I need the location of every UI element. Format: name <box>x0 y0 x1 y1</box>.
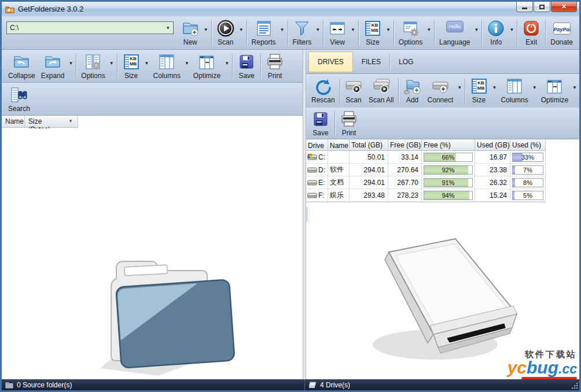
left-optimize-button[interactable]: Optimize <box>190 51 223 82</box>
drives-content: Drive Name Total (GB) Free (GB) Free (%)… <box>306 139 579 379</box>
left-options-dropdown-icon[interactable]: ▼ <box>108 61 115 66</box>
filters-dropdown-icon[interactable]: ▼ <box>314 27 321 32</box>
left-save-button[interactable]: Save <box>234 51 259 82</box>
left-size-dropdown-icon[interactable]: ▼ <box>144 61 150 66</box>
collapse-button[interactable]: Collapse <box>5 51 38 82</box>
combo-dropdown-icon[interactable]: ▼ <box>163 22 173 34</box>
main-toolbar: C:\ ▼ New ▼ Scan ▼ Reports ▼ <box>2 16 579 50</box>
column-header-size-bytes[interactable]: Size (Bytes) ▼ <box>25 116 78 128</box>
expand-dropdown-icon[interactable]: ▼ <box>67 61 74 66</box>
left-size-label: Size <box>124 72 138 80</box>
info-dropdown-icon[interactable]: ▼ <box>508 27 515 32</box>
toolbar-separator <box>358 20 359 46</box>
title-bar: GetFoldersize 3.0.2 ✕ <box>2 2 579 16</box>
drive-row-f[interactable]: F: 娱乐 293.48 278.23 94% 15.24 5% <box>306 189 546 202</box>
col-free-pct[interactable]: Free (%) <box>422 139 475 151</box>
column-header-name[interactable]: Name <box>2 116 25 128</box>
language-dropdown-icon[interactable]: ▼ <box>473 27 480 32</box>
new-button[interactable]: New <box>178 18 203 49</box>
paypal-icon: PayPal <box>553 19 571 38</box>
drive-row-e[interactable]: E: 文档 294.01 267.70 91% 26.32 8% <box>306 176 546 189</box>
tab-files[interactable]: FILES <box>353 52 389 72</box>
new-dropdown-icon[interactable]: ▼ <box>203 27 209 32</box>
save-floppy-icon <box>237 53 256 71</box>
col-used[interactable]: Used (GB) <box>475 139 510 151</box>
right-size-button[interactable]: KBMB Size <box>467 76 491 106</box>
col-drive[interactable]: Drive <box>306 139 328 151</box>
drives-toolbar-row1: Rescan Scan Scan All <box>306 74 579 108</box>
right-columns-dropdown-icon[interactable]: ▼ <box>531 85 538 90</box>
right-optimize-dropdown-icon[interactable]: ▼ <box>571 85 578 90</box>
col-used-pct[interactable]: Used (%) <box>510 139 546 151</box>
left-print-button[interactable]: Print <box>263 51 287 82</box>
connect-label: Connect <box>428 96 454 104</box>
connect-button[interactable]: Connect <box>425 76 457 106</box>
info-button[interactable]: Info <box>484 18 508 49</box>
collapse-label: Collapse <box>8 72 35 80</box>
col-total[interactable]: Total (GB) <box>350 139 388 151</box>
view-dropdown-icon[interactable]: ▼ <box>350 27 356 32</box>
left-save-label: Save <box>238 72 254 80</box>
size-button[interactable]: KBMB Size <box>361 18 385 49</box>
drive-used: 26.32 <box>475 176 510 188</box>
language-label: Language <box>439 38 470 46</box>
size-dropdown-icon[interactable]: ▼ <box>385 27 392 32</box>
right-size-dropdown-icon[interactable]: ▼ <box>491 85 498 90</box>
right-optimize-label: Optimize <box>541 96 568 104</box>
focus-marker <box>307 208 309 221</box>
used-bar: 33% <box>512 153 543 162</box>
reports-button[interactable]: Reports <box>249 18 279 49</box>
tab-drives[interactable]: DRIVES <box>308 51 353 72</box>
left-size-button[interactable]: KBMB Size <box>119 51 144 82</box>
col-name[interactable]: Name <box>328 139 350 151</box>
toolbar-separator <box>76 54 76 79</box>
resize-grip[interactable] <box>571 382 579 390</box>
col-free[interactable]: Free (GB) <box>388 139 422 151</box>
donate-button[interactable]: PayPal Donate <box>547 18 576 49</box>
scan-all-button[interactable]: Scan All <box>366 76 396 106</box>
maximize-button[interactable] <box>534 2 550 12</box>
add-button[interactable]: Add <box>400 76 425 106</box>
tab-log[interactable]: LOG <box>390 52 422 72</box>
scan-button[interactable]: Scan <box>214 18 238 49</box>
connect-dropdown-icon[interactable]: ▼ <box>456 85 463 90</box>
toolbar-separator <box>288 20 288 46</box>
filters-button[interactable]: Filters <box>290 18 315 49</box>
close-button[interactable]: ✕ <box>551 2 577 12</box>
left-optimize-dropdown-icon[interactable]: ▼ <box>223 61 230 66</box>
folder-list-header: Name Size (Bytes) ▼ <box>2 116 303 128</box>
search-button[interactable]: Search <box>5 84 33 114</box>
sort-dropdown-icon[interactable]: ▼ <box>68 119 73 127</box>
right-columns-button[interactable]: Columns <box>498 76 531 106</box>
expand-button[interactable]: Expand <box>38 51 68 82</box>
scan-drive-button[interactable]: Scan <box>341 76 366 106</box>
language-bubble-icon: Hello <box>446 19 464 38</box>
reports-label: Reports <box>252 38 276 46</box>
watermark-tagline: 软件下载站 <box>508 350 577 358</box>
folder-list-body[interactable] <box>2 128 303 379</box>
view-label: View <box>330 38 345 46</box>
left-columns-dropdown-icon[interactable]: ▼ <box>183 61 190 66</box>
right-save-button[interactable]: Save <box>308 109 333 138</box>
drive-row-c[interactable]: C: 50.01 33.14 66% 16.87 33% <box>306 151 546 164</box>
toolbar-separator <box>211 20 212 46</box>
drive-row-d[interactable]: D: 软件 294.01 270.64 92% 23.38 7% <box>306 164 546 176</box>
scan-dropdown-icon[interactable]: ▼ <box>238 27 245 32</box>
left-columns-button[interactable]: Columns <box>150 51 183 82</box>
size-label: Size <box>366 38 379 46</box>
left-options-button[interactable]: Options <box>78 51 108 82</box>
reports-dropdown-icon[interactable]: ▼ <box>279 27 286 32</box>
scan-path-combobox[interactable]: C:\ ▼ <box>6 21 174 34</box>
right-size-label: Size <box>472 96 486 104</box>
options-dropdown-icon[interactable]: ▼ <box>425 27 432 32</box>
free-bar: 66% <box>424 153 473 162</box>
options-button[interactable]: Options <box>396 18 425 49</box>
right-optimize-button[interactable]: Optimize <box>538 76 571 106</box>
rescan-button[interactable]: Rescan <box>308 76 338 106</box>
right-print-button[interactable]: Print <box>337 109 361 138</box>
view-button[interactable]: View <box>325 18 350 49</box>
minimize-button[interactable] <box>516 2 533 12</box>
exit-button[interactable]: Exit <box>519 18 543 49</box>
exit-power-icon <box>522 19 540 38</box>
language-button[interactable]: Hello Language <box>436 18 473 49</box>
